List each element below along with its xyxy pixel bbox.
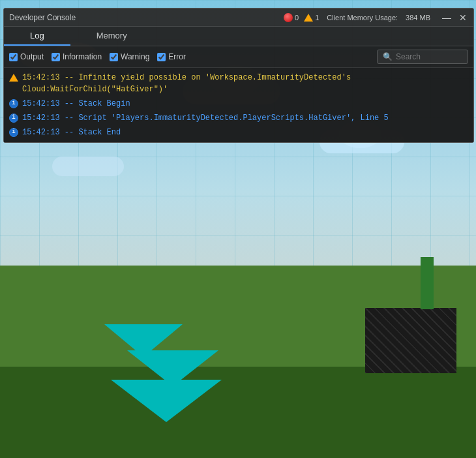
warning-line-icon: [9, 74, 18, 82]
info-icon-1: i: [9, 99, 18, 108]
window-controls: — ✕: [441, 13, 468, 22]
green-pillar: [421, 257, 434, 309]
ground-dark: [0, 367, 476, 458]
tabs-bar: Log Memory: [4, 27, 473, 46]
filter-output[interactable]: Output: [9, 52, 44, 61]
developer-console: Developer Console 0 1 Client Memory Usag…: [3, 8, 474, 143]
search-box: 🔍: [377, 50, 468, 64]
close-button[interactable]: ✕: [458, 13, 468, 22]
minimize-button[interactable]: —: [441, 13, 453, 22]
filter-warning[interactable]: Warning: [110, 52, 149, 61]
memory-value: 384 MB: [406, 14, 430, 22]
log-line-info-1: i 15:42:13 -- Stack Begin: [4, 97, 473, 111]
warning-label: Warning: [121, 52, 149, 61]
console-title: Developer Console: [9, 13, 76, 22]
log-text-info-1: 15:42:13 -- Stack Begin: [22, 98, 468, 110]
tab-memory[interactable]: Memory: [70, 27, 153, 46]
cloud-4: [52, 157, 124, 176]
log-line-info-3: i 15:42:13 -- Stack End: [4, 125, 473, 140]
log-line-warning: 15:42:13 -- Infinite yield possible on '…: [4, 70, 473, 97]
info-icon-2: i: [9, 114, 18, 123]
error-dot-icon: [284, 13, 293, 22]
information-label: Information: [63, 52, 102, 61]
filter-error[interactable]: Error: [157, 52, 186, 61]
teal-arrow-3: [111, 380, 222, 422]
error-label: Error: [168, 52, 186, 61]
filter-information[interactable]: Information: [52, 52, 102, 61]
log-text-info-3: 15:42:13 -- Stack End: [22, 127, 468, 138]
error-count: 0: [295, 14, 299, 22]
search-input[interactable]: [396, 52, 461, 61]
log-text-warning: 15:42:13 -- Infinite yield possible on '…: [22, 72, 468, 95]
error-badge: 0: [284, 13, 299, 22]
warning-triangle-icon: [304, 14, 313, 22]
info-icon-3: i: [9, 128, 18, 137]
title-bar: Developer Console 0 1 Client Memory Usag…: [4, 8, 473, 27]
dark-platform: [365, 308, 456, 373]
output-label: Output: [20, 52, 44, 61]
filter-bar: Output Information Warning Error 🔍: [4, 46, 473, 68]
error-checkbox[interactable]: [157, 53, 166, 61]
log-line-info-2: i 15:42:13 -- Script 'Players.Immaturity…: [4, 111, 473, 125]
tab-log[interactable]: Log: [4, 27, 70, 46]
log-text-info-2: 15:42:13 -- Script 'Players.ImmaturityDe…: [22, 112, 468, 124]
warning-count: 1: [315, 14, 319, 22]
memory-label: Client Memory Usage:: [327, 14, 398, 22]
information-checkbox[interactable]: [52, 53, 60, 61]
output-checkbox[interactable]: [9, 53, 18, 61]
log-output: 15:42:13 -- Infinite yield possible on '…: [4, 68, 473, 142]
warning-badge: 1: [304, 14, 319, 22]
warning-checkbox[interactable]: [110, 53, 118, 61]
search-icon: 🔍: [383, 52, 393, 61]
